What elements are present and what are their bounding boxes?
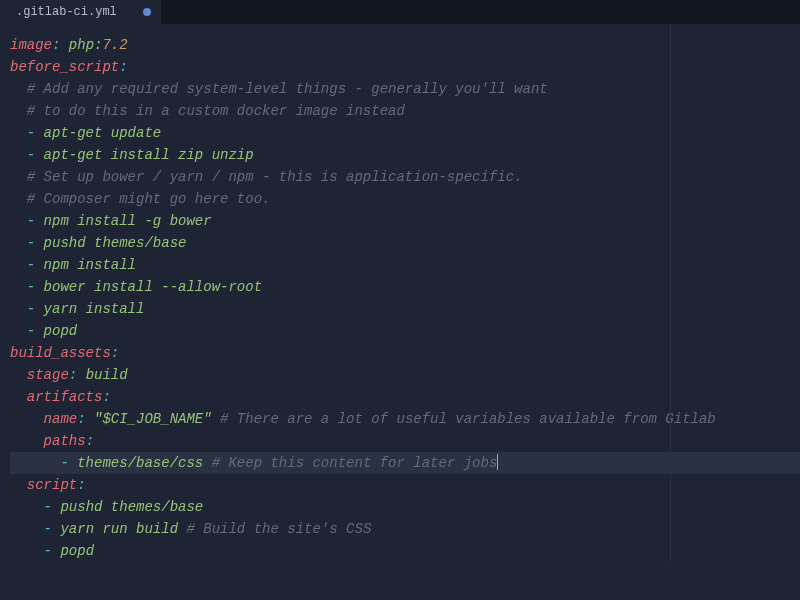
code-line-active: - themes/base/css # Keep this content fo… [10, 452, 800, 474]
code-line: # Set up bower / yarn / npm - this is ap… [10, 166, 800, 188]
code-line: - pushd themes/base [10, 496, 800, 518]
code-line: image: php:7.2 [10, 34, 800, 56]
code-line: - npm install [10, 254, 800, 276]
code-line: before_script: [10, 56, 800, 78]
tab-bar: .gitlab-ci.yml [0, 0, 800, 24]
text-cursor-icon [497, 454, 498, 470]
code-editor[interactable]: image: php:7.2 before_script: # Add any … [0, 24, 800, 562]
code-line: - yarn install [10, 298, 800, 320]
code-line: - popd [10, 320, 800, 342]
code-line: name: "$CI_JOB_NAME" # There are a lot o… [10, 408, 800, 430]
code-line: - pushd themes/base [10, 232, 800, 254]
code-line: build_assets: [10, 342, 800, 364]
ruler-guide [670, 24, 671, 562]
code-line: # Add any required system-level things -… [10, 78, 800, 100]
code-line: stage: build [10, 364, 800, 386]
code-line: # to do this in a custom docker image in… [10, 100, 800, 122]
code-line: - popd [10, 540, 800, 562]
code-line: script: [10, 474, 800, 496]
file-tab[interactable]: .gitlab-ci.yml [0, 0, 161, 24]
code-line: artifacts: [10, 386, 800, 408]
code-line: # Composer might go here too. [10, 188, 800, 210]
tab-filename: .gitlab-ci.yml [16, 5, 117, 19]
code-line: - npm install -g bower [10, 210, 800, 232]
code-line: - apt-get update [10, 122, 800, 144]
code-line: - bower install --allow-root [10, 276, 800, 298]
modified-indicator-icon [143, 8, 151, 16]
code-line: paths: [10, 430, 800, 452]
code-line: - yarn run build # Build the site's CSS [10, 518, 800, 540]
code-line: - apt-get install zip unzip [10, 144, 800, 166]
